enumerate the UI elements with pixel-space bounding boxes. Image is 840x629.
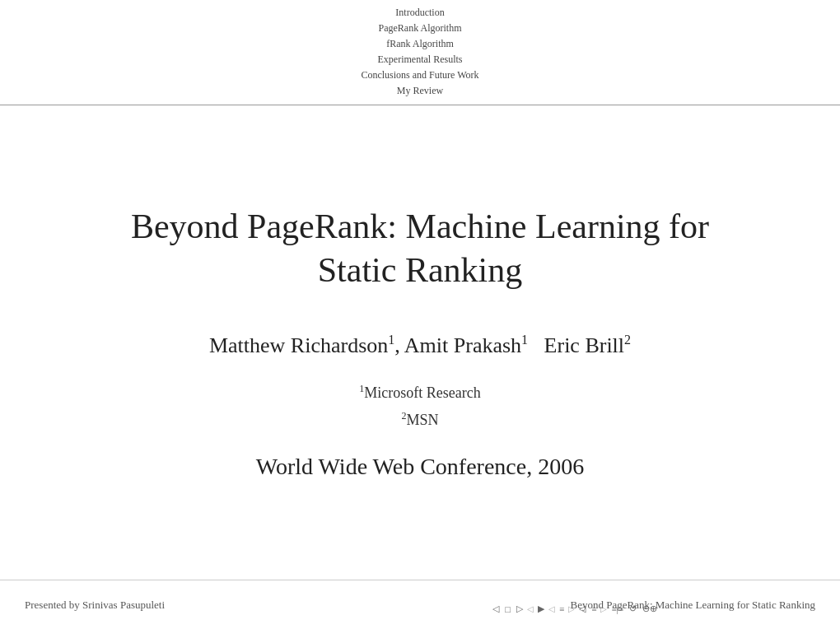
affiliation2-name: MSN <box>406 412 438 428</box>
ctrl-sep4: ▷ <box>600 604 607 613</box>
author3-sup: 2 <box>624 333 631 347</box>
nav-item-experimental[interactable]: Experimental Results <box>378 52 463 67</box>
affiliation1: 1Microsoft Research <box>359 383 480 402</box>
slide-title: Beyond PageRank: Machine Learning for St… <box>131 205 709 291</box>
ctrl-sep3: ▷ <box>568 604 575 613</box>
bottom-bar: Presented by Srinivas Pasupuleti ◁ □ ▷ ◁… <box>0 580 840 629</box>
ctrl-back1[interactable]: ◁ <box>491 603 501 614</box>
footer-left: Presented by Srinivas Pasupuleti <box>25 599 165 612</box>
author3-name: Eric Brill <box>544 333 624 357</box>
nav-item-review[interactable]: My Review <box>397 83 443 98</box>
authors-line: Matthew Richardson1, Amit Prakash1 Eric … <box>209 333 631 358</box>
ctrl-list2[interactable]: ≡ <box>590 604 598 614</box>
ctrl-fwd1[interactable]: ▷ <box>515 603 525 614</box>
ctrl-sep1: ◁ <box>527 604 534 613</box>
ctrl-list1[interactable]: ≡ <box>558 604 566 614</box>
nav-item-frank[interactable]: fRank Algorithm <box>386 36 454 51</box>
ctrl-back2[interactable]: ◁ <box>577 603 587 614</box>
affiliation1-name: Microsoft Research <box>364 384 480 401</box>
ctrl-zoom-out[interactable]: ⊖⊕ <box>641 603 659 614</box>
author2-name: , Amit Prakash <box>394 333 521 357</box>
title-line1: Beyond PageRank: Machine Learning for <box>131 207 709 245</box>
nav-item-pagerank[interactable]: PageRank Algorithm <box>379 21 462 35</box>
ctrl-align[interactable]: ≡|≡ <box>609 604 625 614</box>
conference: World Wide Web Conference, 2006 <box>256 454 584 480</box>
nav-item-introduction[interactable]: Introduction <box>395 5 444 20</box>
ctrl-undo[interactable]: ↺ <box>628 603 638 614</box>
ctrl-sep2: ◁ <box>548 604 555 613</box>
title-line2: Static Ranking <box>318 251 522 289</box>
nav-bar: Introduction PageRank Algorithm fRank Al… <box>0 0 840 105</box>
nav-controls: ◁ □ ▷ ◁ ▶ ◁ ≡ ▷ ◁ ≡ ▷ ≡|≡ ↺ ⊖⊕ <box>491 603 659 614</box>
ctrl-box1[interactable]: □ <box>503 604 512 614</box>
main-content: Beyond PageRank: Machine Learning for St… <box>0 105 840 629</box>
author1-name: Matthew Richardson <box>209 333 388 357</box>
nav-item-conclusions[interactable]: Conclusions and Future Work <box>361 68 478 82</box>
slide-container: Introduction PageRank Algorithm fRank Al… <box>0 0 840 629</box>
ctrl-img[interactable]: ▶ <box>536 603 546 614</box>
author2-sup: 1 <box>521 333 528 347</box>
affiliation2: 2MSN <box>401 410 438 429</box>
